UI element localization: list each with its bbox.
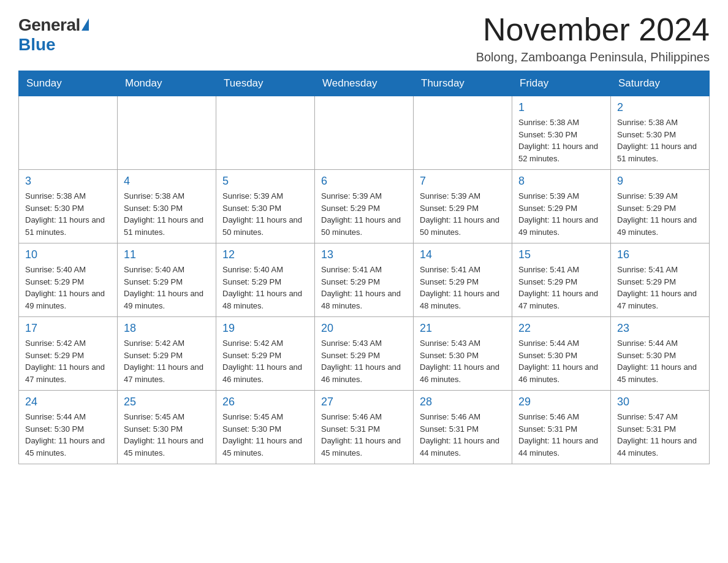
day-number: 2 [617, 101, 703, 114]
week-row-5: 24Sunrise: 5:44 AMSunset: 5:30 PMDayligh… [19, 391, 710, 464]
day-info: Sunrise: 5:41 AMSunset: 5:29 PMDaylight:… [420, 264, 506, 312]
day-info: Sunrise: 5:42 AMSunset: 5:29 PMDaylight:… [222, 337, 308, 385]
day-info: Sunrise: 5:39 AMSunset: 5:30 PMDaylight:… [222, 190, 308, 238]
day-number: 8 [518, 175, 604, 188]
calendar-cell: 23Sunrise: 5:44 AMSunset: 5:30 PMDayligh… [611, 317, 710, 391]
day-number: 27 [321, 396, 407, 408]
header-sunday: Sunday [19, 71, 118, 96]
calendar-cell: 6Sunrise: 5:39 AMSunset: 5:29 PMDaylight… [315, 170, 414, 243]
day-info: Sunrise: 5:43 AMSunset: 5:29 PMDaylight:… [321, 337, 407, 385]
day-info: Sunrise: 5:45 AMSunset: 5:30 PMDaylight:… [222, 411, 308, 459]
day-number: 25 [124, 396, 210, 408]
week-row-2: 3Sunrise: 5:38 AMSunset: 5:30 PMDaylight… [19, 170, 710, 243]
logo-general-text: General [18, 15, 80, 35]
calendar-cell: 24Sunrise: 5:44 AMSunset: 5:30 PMDayligh… [19, 391, 118, 464]
day-info: Sunrise: 5:46 AMSunset: 5:31 PMDaylight:… [321, 411, 407, 459]
day-number: 11 [124, 248, 210, 261]
calendar-cell: 25Sunrise: 5:45 AMSunset: 5:30 PMDayligh… [118, 391, 216, 464]
day-info: Sunrise: 5:47 AMSunset: 5:31 PMDaylight:… [617, 411, 703, 459]
day-number: 9 [617, 175, 703, 188]
day-info: Sunrise: 5:38 AMSunset: 5:30 PMDaylight:… [617, 117, 703, 164]
day-info: Sunrise: 5:40 AMSunset: 5:29 PMDaylight:… [222, 264, 308, 312]
calendar-cell: 5Sunrise: 5:39 AMSunset: 5:30 PMDaylight… [216, 170, 315, 243]
day-info: Sunrise: 5:41 AMSunset: 5:29 PMDaylight:… [321, 264, 407, 312]
calendar-cell: 19Sunrise: 5:42 AMSunset: 5:29 PMDayligh… [216, 317, 315, 391]
day-number: 10 [25, 248, 111, 261]
week-row-1: 1Sunrise: 5:38 AMSunset: 5:30 PMDaylight… [19, 96, 710, 170]
day-info: Sunrise: 5:38 AMSunset: 5:30 PMDaylight:… [124, 190, 210, 238]
calendar-cell: 30Sunrise: 5:47 AMSunset: 5:31 PMDayligh… [611, 391, 710, 464]
header-thursday: Thursday [414, 71, 512, 96]
calendar-cell: 9Sunrise: 5:39 AMSunset: 5:29 PMDaylight… [611, 170, 710, 243]
day-number: 17 [25, 322, 111, 335]
calendar-cell: 27Sunrise: 5:46 AMSunset: 5:31 PMDayligh… [315, 391, 414, 464]
day-number: 28 [420, 396, 506, 408]
logo-blue-text: Blue [18, 35, 56, 55]
day-info: Sunrise: 5:39 AMSunset: 5:29 PMDaylight:… [518, 190, 604, 238]
day-info: Sunrise: 5:42 AMSunset: 5:29 PMDaylight:… [25, 337, 111, 385]
calendar-cell: 1Sunrise: 5:38 AMSunset: 5:30 PMDaylight… [512, 96, 611, 170]
day-info: Sunrise: 5:46 AMSunset: 5:31 PMDaylight:… [420, 411, 506, 459]
day-info: Sunrise: 5:44 AMSunset: 5:30 PMDaylight:… [25, 411, 111, 459]
day-info: Sunrise: 5:39 AMSunset: 5:29 PMDaylight:… [321, 190, 407, 238]
calendar-cell: 21Sunrise: 5:43 AMSunset: 5:30 PMDayligh… [414, 317, 512, 391]
day-number: 26 [222, 396, 308, 408]
day-number: 19 [222, 322, 308, 335]
day-info: Sunrise: 5:46 AMSunset: 5:31 PMDaylight:… [518, 411, 604, 459]
calendar-cell: 20Sunrise: 5:43 AMSunset: 5:29 PMDayligh… [315, 317, 414, 391]
calendar-cell: 16Sunrise: 5:41 AMSunset: 5:29 PMDayligh… [611, 243, 710, 317]
day-number: 21 [420, 322, 506, 335]
day-number: 3 [25, 175, 111, 188]
month-title: November 2024 [476, 12, 710, 47]
week-row-3: 10Sunrise: 5:40 AMSunset: 5:29 PMDayligh… [19, 243, 710, 317]
day-number: 4 [124, 175, 210, 188]
calendar-table: Sunday Monday Tuesday Wednesday Thursday… [18, 71, 710, 464]
location-title: Bolong, Zamboanga Peninsula, Philippines [476, 50, 710, 64]
day-info: Sunrise: 5:42 AMSunset: 5:29 PMDaylight:… [124, 337, 210, 385]
header-saturday: Saturday [611, 71, 710, 96]
calendar-cell: 18Sunrise: 5:42 AMSunset: 5:29 PMDayligh… [118, 317, 216, 391]
day-number: 20 [321, 322, 407, 335]
calendar-cell [19, 96, 118, 170]
calendar-cell: 10Sunrise: 5:40 AMSunset: 5:29 PMDayligh… [19, 243, 118, 317]
calendar-cell [414, 96, 512, 170]
day-info: Sunrise: 5:39 AMSunset: 5:29 PMDaylight:… [617, 190, 703, 238]
day-number: 5 [222, 175, 308, 188]
day-number: 15 [518, 248, 604, 261]
header: General Blue November 2024 Bolong, Zambo… [18, 12, 710, 64]
calendar-cell [216, 96, 315, 170]
day-info: Sunrise: 5:41 AMSunset: 5:29 PMDaylight:… [518, 264, 604, 312]
header-friday: Friday [512, 71, 611, 96]
calendar-header-row: Sunday Monday Tuesday Wednesday Thursday… [19, 71, 710, 96]
calendar-cell: 8Sunrise: 5:39 AMSunset: 5:29 PMDaylight… [512, 170, 611, 243]
day-info: Sunrise: 5:45 AMSunset: 5:30 PMDaylight:… [124, 411, 210, 459]
day-number: 22 [518, 322, 604, 335]
day-info: Sunrise: 5:38 AMSunset: 5:30 PMDaylight:… [518, 117, 604, 164]
calendar-cell: 4Sunrise: 5:38 AMSunset: 5:30 PMDaylight… [118, 170, 216, 243]
calendar-cell: 17Sunrise: 5:42 AMSunset: 5:29 PMDayligh… [19, 317, 118, 391]
day-info: Sunrise: 5:38 AMSunset: 5:30 PMDaylight:… [25, 190, 111, 238]
day-info: Sunrise: 5:39 AMSunset: 5:29 PMDaylight:… [420, 190, 506, 238]
day-number: 13 [321, 248, 407, 261]
calendar-cell: 7Sunrise: 5:39 AMSunset: 5:29 PMDaylight… [414, 170, 512, 243]
calendar-cell: 12Sunrise: 5:40 AMSunset: 5:29 PMDayligh… [216, 243, 315, 317]
day-number: 18 [124, 322, 210, 335]
day-number: 7 [420, 175, 506, 188]
day-number: 16 [617, 248, 703, 261]
calendar-cell: 13Sunrise: 5:41 AMSunset: 5:29 PMDayligh… [315, 243, 414, 317]
day-number: 6 [321, 175, 407, 188]
day-number: 30 [617, 396, 703, 408]
week-row-4: 17Sunrise: 5:42 AMSunset: 5:29 PMDayligh… [19, 317, 710, 391]
calendar-cell: 26Sunrise: 5:45 AMSunset: 5:30 PMDayligh… [216, 391, 315, 464]
calendar-cell: 29Sunrise: 5:46 AMSunset: 5:31 PMDayligh… [512, 391, 611, 464]
logo-triangle-icon [82, 18, 89, 31]
calendar-cell [118, 96, 216, 170]
day-number: 12 [222, 248, 308, 261]
day-info: Sunrise: 5:40 AMSunset: 5:29 PMDaylight:… [124, 264, 210, 312]
day-info: Sunrise: 5:44 AMSunset: 5:30 PMDaylight:… [617, 337, 703, 385]
title-area: November 2024 Bolong, Zamboanga Peninsul… [476, 12, 710, 64]
header-monday: Monday [118, 71, 216, 96]
header-wednesday: Wednesday [315, 71, 414, 96]
calendar-cell [315, 96, 414, 170]
calendar-cell: 14Sunrise: 5:41 AMSunset: 5:29 PMDayligh… [414, 243, 512, 317]
